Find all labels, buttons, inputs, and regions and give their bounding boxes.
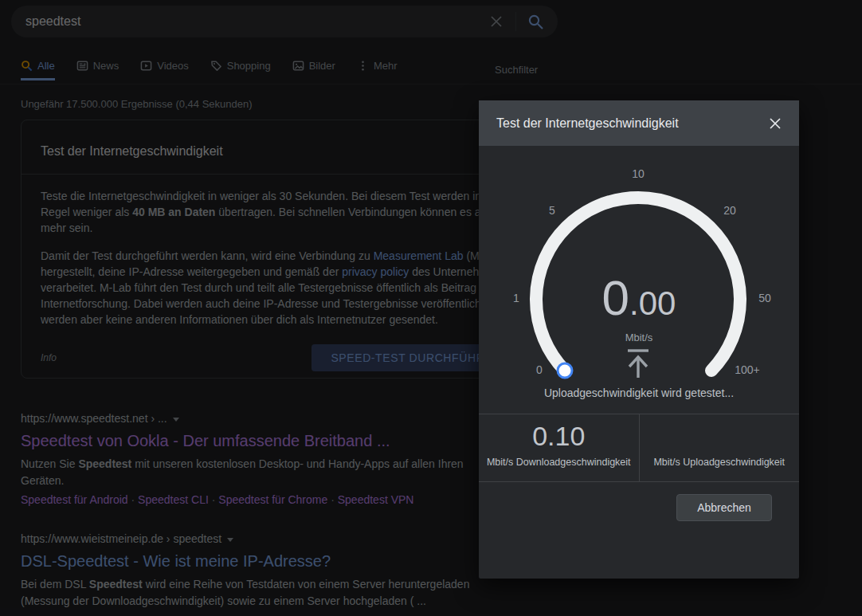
gauge-value-frac: .00 bbox=[629, 287, 676, 320]
cancel-button[interactable]: Abbrechen bbox=[676, 494, 772, 521]
upload-label: Mbit/s Uploadgeschwindigkeit bbox=[653, 457, 785, 468]
download-value: 0.10 bbox=[532, 422, 585, 450]
gauge-status: Uploadgeschwindigkeit wird getestet... bbox=[544, 386, 734, 399]
gauge-area: 0 1 5 10 20 50 100+ 0 .00 Mbit/s Uploadg… bbox=[479, 146, 799, 414]
gauge-knob bbox=[558, 363, 572, 378]
gauge-tick: 50 bbox=[758, 292, 771, 304]
gauge-tick: 20 bbox=[723, 204, 736, 217]
gauge-tick: 10 bbox=[632, 167, 645, 180]
dialog-title: Test der Internetgeschwindigkeit bbox=[496, 116, 764, 131]
gauge-tick: 1 bbox=[513, 292, 519, 304]
close-icon bbox=[768, 116, 782, 131]
gauge-unit: Mbit/s bbox=[625, 332, 653, 343]
download-label: Mbit/s Downloadgeschwindigkeit bbox=[487, 457, 631, 468]
gauge-value: 0 .00 bbox=[602, 273, 676, 323]
speed-results-row: 0.10 Mbit/s Downloadgeschwindigkeit Mbit… bbox=[479, 414, 799, 482]
dialog-close-button[interactable] bbox=[764, 112, 786, 135]
upload-result-cell: Mbit/s Uploadgeschwindigkeit bbox=[640, 414, 800, 481]
gauge-tick: 100+ bbox=[735, 363, 760, 376]
upload-arrow-icon bbox=[628, 351, 648, 378]
dialog-header: Test der Internetgeschwindigkeit bbox=[479, 100, 799, 146]
speedtest-dialog: Test der Internetgeschwindigkeit 0 1 5 1… bbox=[479, 100, 799, 579]
download-result-cell: 0.10 Mbit/s Downloadgeschwindigkeit bbox=[479, 414, 640, 481]
gauge-tick: 0 bbox=[536, 363, 543, 376]
gauge-value-int: 0 bbox=[602, 273, 629, 323]
gauge-tick: 5 bbox=[549, 204, 555, 217]
